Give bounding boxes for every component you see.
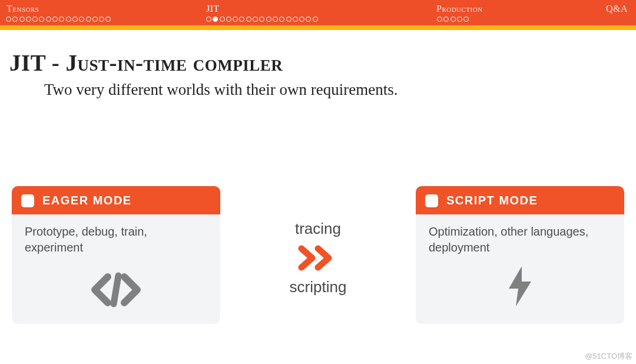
progress-dot	[105, 16, 111, 22]
progress-dot	[52, 16, 58, 22]
progress-dot	[437, 16, 442, 22]
progress-dot	[19, 16, 25, 22]
progress-dot	[86, 16, 91, 22]
scripting-label: scripting	[290, 278, 347, 296]
progress-dots	[437, 16, 470, 22]
progress-dots	[206, 16, 319, 22]
progress-dot	[457, 16, 462, 22]
progress-dot	[220, 16, 225, 22]
progress-dot	[72, 16, 78, 22]
eager-mode-body: Prototype, debug, train, experiment	[12, 214, 220, 269]
slide-title: JIT - Just-in-time compiler	[9, 49, 636, 76]
progress-dots	[6, 16, 112, 22]
progress-dot	[92, 16, 98, 22]
progress-dot	[443, 16, 449, 22]
double-chevron-icon	[297, 245, 339, 271]
checkbox-icon	[425, 194, 438, 207]
progress-dot	[253, 16, 258, 22]
top-nav: TensorsJITProductionQ&A	[0, 0, 636, 25]
script-mode-body: Optimization, other languages, deploymen…	[416, 214, 624, 262]
watermark: @51CTO博客	[585, 351, 632, 362]
bolt-icon	[416, 262, 624, 324]
progress-dot	[213, 16, 218, 22]
nav-tab-qa[interactable]: Q&A	[606, 4, 628, 14]
script-mode-heading: SCRIPT MODE	[446, 194, 538, 207]
progress-dot	[32, 16, 38, 22]
progress-dot	[246, 16, 251, 22]
progress-dot	[463, 16, 469, 22]
progress-dot	[59, 16, 64, 22]
transition-column: tracing scripting	[220, 186, 416, 324]
content-row: EAGER MODE Prototype, debug, train, expe…	[12, 186, 624, 324]
nav-tab-tensors[interactable]: Tensors	[6, 4, 39, 14]
progress-dot	[66, 16, 71, 22]
script-mode-card: SCRIPT MODE Optimization, other language…	[416, 186, 624, 324]
progress-dot	[79, 16, 84, 22]
progress-dot	[6, 16, 11, 22]
progress-dot	[46, 16, 51, 22]
nav-tab-jit[interactable]: JIT	[206, 4, 220, 14]
progress-dot	[450, 16, 456, 22]
progress-dot	[299, 16, 304, 22]
progress-dot	[266, 16, 271, 22]
nav-tab-production[interactable]: Production	[436, 4, 483, 14]
svg-marker-1	[509, 266, 531, 306]
progress-dot	[279, 16, 284, 22]
progress-dot	[286, 16, 292, 22]
progress-dot	[273, 16, 278, 22]
progress-dot	[313, 16, 318, 22]
slide-subtitle: Two very different worlds with their own…	[44, 81, 636, 99]
title-smallcaps: Just-in-time compiler	[65, 50, 283, 75]
svg-line-0	[114, 276, 118, 304]
accent-bar	[0, 25, 636, 30]
progress-dot	[12, 16, 18, 22]
progress-dot	[306, 16, 311, 22]
code-icon	[12, 269, 220, 324]
checkbox-icon	[21, 194, 34, 207]
eager-mode-heading: EAGER MODE	[42, 194, 132, 207]
progress-dot	[226, 16, 231, 22]
eager-mode-header: EAGER MODE	[12, 186, 220, 214]
progress-dot	[26, 16, 31, 22]
progress-dot	[99, 16, 104, 22]
progress-dot	[39, 16, 44, 22]
progress-dot	[206, 16, 211, 22]
progress-dot	[233, 16, 238, 22]
script-mode-header: SCRIPT MODE	[416, 186, 624, 214]
progress-dot	[259, 16, 264, 22]
tracing-label: tracing	[295, 220, 341, 238]
eager-mode-card: EAGER MODE Prototype, debug, train, expe…	[12, 186, 220, 324]
progress-dot	[293, 16, 298, 22]
progress-dot	[239, 16, 244, 22]
title-prefix: JIT -	[9, 50, 65, 75]
